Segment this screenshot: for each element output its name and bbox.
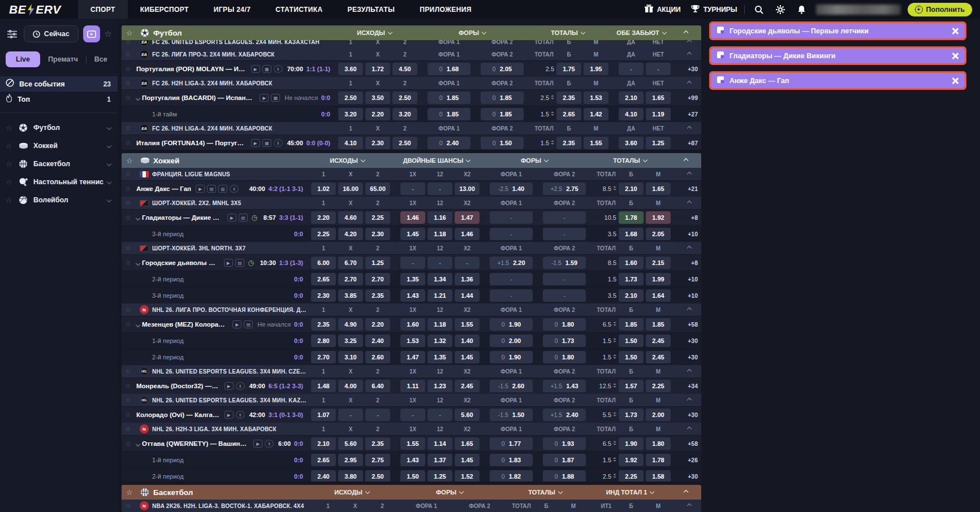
handicap-cell[interactable]: - [490,211,533,224]
handicap-cell[interactable]: 01.88 [543,470,586,481]
total-stepper-icon[interactable] [613,440,616,447]
odds-cell[interactable]: 1.45 [455,454,480,466]
odds-cell[interactable]: 2.30 [365,228,390,240]
odds-cell[interactable]: 6.00 [311,257,336,269]
video-panel-header[interactable]: Гладиаторы — Дикие Викинги [711,48,965,63]
odds-cell[interactable]: 2.50 [392,137,417,149]
tab-все[interactable]: Все [94,55,107,63]
nav-item-приложения[interactable]: ПРИЛОЖЕНИЯ [407,0,484,19]
match-name[interactable]: Монреаль (Doctor32) — Сент-Луис (Bl... [136,383,220,389]
sidebar-item-футбол[interactable]: ☆Футбол [0,119,118,137]
collapse-chevron-icon[interactable] [681,246,698,250]
favorite-star-icon[interactable]: ☆ [125,382,136,390]
odds-cell[interactable]: 2.70 [365,273,390,285]
odds-cell[interactable]: 1.18 [428,228,452,240]
odds-cell[interactable]: 2.45 [646,335,671,347]
odds-cell[interactable]: 2.80 [311,335,336,347]
favorite-star-icon[interactable]: ☆ [125,411,136,419]
favorite-star-icon[interactable]: ☆ [125,199,136,207]
odds-cell[interactable]: - [455,257,480,269]
total-line[interactable]: 2.5 [534,66,554,72]
nav-item-результаты[interactable]: РЕЗУЛЬТАТЫ [335,0,408,19]
odds-cell[interactable]: 1.73 [619,409,644,421]
odds-cell[interactable]: - [338,409,363,421]
tab-live[interactable]: Live [6,51,40,67]
nav-item-акции[interactable]: АКЦИИ [645,5,681,15]
favorite-star-icon[interactable]: ☆ [125,94,136,102]
handicap-cell[interactable]: +1.52.20 [490,257,533,269]
odds-cell[interactable]: 1.16 [428,211,452,224]
handicap-cell[interactable]: 01.80 [543,318,586,331]
odds-cell[interactable]: 1.85 [619,318,644,331]
odds-cell[interactable]: 2.10 [619,92,644,104]
odds-cell[interactable]: - [619,63,644,75]
odds-cell[interactable]: 4.10 [619,108,644,120]
odds-cell[interactable]: 2.20 [365,318,390,331]
nav-item-статистика[interactable]: СТАТИСТИКА [263,0,335,19]
odds-cell[interactable]: - [646,63,671,75]
odds-cell[interactable]: 1.25 [646,137,671,149]
odds-cell[interactable]: 2.00 [646,409,671,421]
odds-cell[interactable]: 2.35 [365,289,390,302]
odds-cell[interactable]: 1.02 [311,183,336,195]
match-row[interactable]: ☆Португалия (BACARDI) — Испания (CXT)▶▦Н… [122,89,701,106]
handicap-cell[interactable]: 01.85 [481,92,524,104]
total-line[interactable]: 1.5 [596,276,616,283]
collapse-chevron-icon[interactable] [681,398,698,402]
odds-cell[interactable]: 1.11 [400,380,425,392]
favorite-star-icon[interactable]: ☆ [125,65,136,73]
app-logo[interactable]: BE ERV [9,3,61,16]
odds-cell[interactable]: 5.60 [338,437,363,450]
column-group-исходы[interactable]: ИСХОДЫ [312,489,391,496]
favorites-star-icon[interactable]: ☆ [105,29,112,39]
more-markets-count[interactable]: +26 [681,457,698,463]
odds-cell[interactable]: 5.60 [455,409,480,421]
odds-cell[interactable]: 2.15 [646,257,671,269]
odds-cell[interactable]: 4.00 [338,380,363,392]
total-stepper-icon[interactable] [613,321,616,328]
more-markets-count[interactable]: +27 [681,111,698,118]
more-markets-count[interactable]: +30 [681,66,698,72]
expand-chevron-icon[interactable] [136,257,140,267]
handicap-cell[interactable]: 01.90 [490,351,533,363]
column-group-форы[interactable]: ФОРЫ [424,29,520,36]
video-panel-header[interactable]: Городские дьяволы — Первые летчики [711,23,965,38]
odds-cell[interactable]: 2.25 [646,380,671,392]
odds-cell[interactable]: 1.68 [619,228,644,240]
match-row[interactable]: ☆Колорадо (Ovi) — Калгари (KHAN)▶‖42:003… [122,406,701,423]
odds-cell[interactable]: 13.00 [455,183,480,195]
handicap-cell[interactable]: 01.82 [490,470,533,481]
collapse-chevron-icon[interactable] [681,201,698,205]
odds-cell[interactable]: 1.64 [646,289,671,302]
odds-cell[interactable]: 1.90 [619,437,644,450]
odds-cell[interactable]: 1.58 [646,470,671,481]
odds-cell[interactable]: 4.60 [338,211,363,224]
handicap-cell[interactable]: -1.51.59 [543,257,586,269]
handicap-cell[interactable]: - [543,273,586,285]
sidebar-item-волейбол[interactable]: ☆Волейбол [0,191,118,209]
period-row[interactable]: 1-й период0:02.652.952.751.431.371.4501.… [122,452,701,468]
odds-cell[interactable]: 2.35 [556,137,581,149]
handicap-cell[interactable]: 01.50 [481,137,524,149]
odds-cell[interactable]: 2.30 [311,289,336,302]
expand-chevron-icon[interactable] [136,92,140,102]
handicap-cell[interactable]: - [490,273,533,285]
odds-cell[interactable]: 2.40 [311,470,336,481]
total-stepper-icon[interactable] [613,354,616,361]
odds-cell[interactable]: - [428,183,452,195]
odds-cell[interactable]: 1.99 [646,273,671,285]
handicap-cell[interactable]: -1.51.50 [490,409,533,421]
odds-cell[interactable]: 2.70 [338,273,363,285]
odds-cell[interactable]: 1.35 [400,273,425,285]
more-markets-count[interactable]: +58 [681,321,698,328]
more-markets-count[interactable]: +21 [681,185,698,192]
odds-cell[interactable]: 2.75 [365,454,390,466]
odds-cell[interactable]: 2.35 [556,92,581,104]
odds-cell[interactable]: 1.21 [428,289,452,302]
video-streams-button[interactable] [83,25,100,42]
favorite-star-icon[interactable]: ☆ [125,244,136,252]
more-markets-count[interactable]: +8 [681,214,698,221]
match-row[interactable]: ☆Анже Дакс — Гап▶▤▥‖40:004:2 (1-1 3-1)1.… [122,180,701,197]
handicap-cell[interactable]: 02.00 [490,335,533,347]
odds-cell[interactable]: 1.80 [646,437,671,450]
